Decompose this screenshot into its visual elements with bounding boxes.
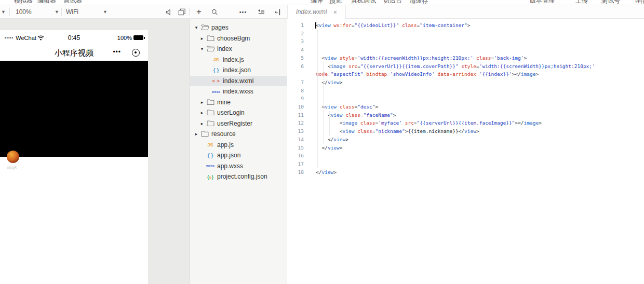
code-text: <view style='width:{{screenWidth}}px;hei…	[316, 54, 612, 62]
capsule-home-button[interactable]	[132, 49, 140, 57]
menu-item[interactable]: 切后台	[383, 0, 402, 5]
mute-button[interactable]	[164, 7, 173, 17]
folder-icon	[207, 99, 214, 105]
simulator-panel: ••••• WeChat 0:45 100% 小程序视频 •••	[0, 19, 190, 284]
code-editor[interactable]: 1<view wx:for="{{videoList}}" class="ite…	[287, 19, 644, 284]
code-line-11[interactable]: 11 <view class="faceName">	[287, 111, 644, 119]
close-icon[interactable]: ×	[333, 8, 337, 16]
tree-item-label: index.js	[223, 56, 244, 63]
tree-item-index-js[interactable]: JSindex.js	[190, 55, 287, 65]
json-file-icon: { }	[208, 153, 213, 158]
line-number: 4	[287, 46, 312, 54]
multi-window-button[interactable]	[177, 7, 186, 17]
js-file-icon: JS	[213, 57, 219, 62]
carrier-label: WeChat	[16, 35, 36, 41]
code-line-16[interactable]: 16	[287, 152, 644, 160]
tree-item-index[interactable]: ▾index	[190, 44, 287, 55]
folder-icon	[207, 120, 214, 127]
code-line-18[interactable]: 18</view>	[287, 168, 644, 177]
code-line-17[interactable]: 17	[287, 160, 644, 168]
code-line-3[interactable]: 3	[287, 37, 644, 46]
page-title: 小程序视频	[0, 48, 148, 58]
tree-item-index-wxml[interactable]: < >index.wxml	[190, 76, 287, 87]
zoom-dropdown[interactable]: 100% ▼	[16, 5, 59, 18]
menu-item[interactable]: 真机调试	[351, 0, 376, 5]
code-text: </view>	[316, 144, 612, 152]
collapse-panel-button[interactable]	[273, 7, 283, 17]
line-number: 14	[287, 136, 312, 144]
chevron-right-icon: ▸	[199, 36, 205, 41]
add-file-button[interactable]: +	[194, 7, 204, 17]
device-dropdown[interactable]: ▼	[1, 5, 6, 18]
menu-item[interactable]: 编辑器	[37, 0, 56, 5]
code-line-14[interactable]: 14 </view>	[287, 136, 644, 144]
phone-screen: ••••• WeChat 0:45 100% 小程序视频 •••	[0, 30, 148, 284]
tree-item-label: userLogin	[217, 109, 245, 116]
code-line-9[interactable]: 9	[287, 94, 644, 103]
tree-item-index-wxss[interactable]: wxssindex.wxss	[190, 86, 287, 97]
menu-item[interactable]: 调试器	[63, 0, 82, 5]
menu-item[interactable]: 预览	[329, 0, 342, 5]
capsule-more-button[interactable]: •••	[113, 48, 121, 56]
code-line-12[interactable]: 12 <image class='myface' src="{{serverUr…	[287, 119, 644, 127]
tab-index-wxml[interactable]: index.wxml ×	[288, 5, 346, 19]
chevron-right-icon: ▸	[199, 121, 205, 126]
tree-item-app-js[interactable]: JSapp.js	[190, 140, 287, 151]
code-line-1[interactable]: 1<view wx:for="{{videoList}}" class="ite…	[287, 21, 644, 30]
code-line-6[interactable]: 6 <image src="{{serverUrl}}{{item.coverP…	[287, 62, 644, 78]
tree-item-index-json[interactable]: { }index.json	[190, 65, 287, 76]
tree-item-label: pages	[211, 24, 229, 31]
code-line-8[interactable]: 8	[287, 87, 644, 95]
code-text	[316, 160, 612, 168]
code-line-15[interactable]: 15 </view>	[287, 144, 644, 152]
chevron-right-icon: ▸	[199, 110, 205, 115]
code-line-4[interactable]: 4	[287, 46, 644, 54]
toolbar-divider	[189, 8, 190, 16]
search-button[interactable]	[210, 7, 219, 17]
tree-item-userLogin[interactable]: ▸userLogin	[190, 107, 287, 118]
network-dropdown[interactable]: WiFi ▼	[66, 5, 108, 18]
menu-item[interactable]: 详情	[635, 0, 644, 5]
chevron-down-icon: ▼	[103, 9, 108, 15]
menu-item[interactable]: 编译	[311, 0, 323, 5]
code-line-13[interactable]: 13 <view class="nickname">{{item.nicknam…	[287, 127, 644, 136]
battery-percent: 100%	[117, 35, 132, 41]
line-number: 8	[287, 87, 312, 95]
menu-item[interactable]: 测试号	[601, 0, 620, 5]
menu-item[interactable]: 版本管理	[530, 0, 555, 5]
code-line-5[interactable]: 5 <view style='width:{{screenWidth}}px;h…	[287, 54, 644, 62]
wifi-icon	[37, 35, 44, 40]
code-text	[316, 46, 612, 54]
tree-item-label: index	[217, 45, 232, 52]
chevron-down-icon: ▼	[1, 9, 6, 15]
menu-item[interactable]: 上传	[575, 0, 588, 5]
battery-icon	[133, 35, 143, 40]
video-player[interactable]	[0, 61, 148, 157]
zoom-value: 100%	[16, 8, 32, 16]
tree-item-chooseBgm[interactable]: ▸chooseBgm	[190, 33, 287, 44]
code-line-2[interactable]: 2	[287, 30, 644, 38]
code-text	[316, 30, 612, 38]
editor-tab-bar: index.wxml ×	[287, 5, 644, 19]
tab-label: index.wxml	[296, 8, 327, 16]
tree-item-resource[interactable]: ▸resource	[190, 129, 287, 140]
tree-item-pages[interactable]: ▾pages	[190, 22, 287, 33]
code-line-7[interactable]: 7 </view>	[287, 78, 644, 87]
avatar[interactable]	[7, 151, 19, 163]
tree-item-label: userRegister	[217, 120, 252, 127]
tree-item-mine[interactable]: ▸mine	[190, 97, 287, 108]
tree-item-app-json[interactable]: { }app.json	[190, 150, 287, 161]
tree-item-project-config-json[interactable]: {o}project.config.json	[190, 171, 287, 182]
collapse-panel-icon	[275, 9, 281, 16]
outline-button[interactable]	[257, 7, 266, 17]
tree-item-app-wxss[interactable]: wxssapp.wxss	[190, 161, 287, 172]
toolbar-divider	[61, 8, 62, 16]
menu-item[interactable]: 模拟器	[14, 0, 33, 5]
line-number: 17	[287, 160, 312, 168]
menu-item[interactable]: 清缓存	[409, 0, 428, 5]
more-button[interactable]: •••	[238, 7, 248, 17]
code-text: <view class="desc">	[316, 103, 612, 111]
code-line-10[interactable]: 10 <view class="desc">	[287, 103, 644, 111]
indent-guide	[323, 62, 324, 144]
tree-item-userRegister[interactable]: ▸userRegister	[190, 118, 287, 129]
